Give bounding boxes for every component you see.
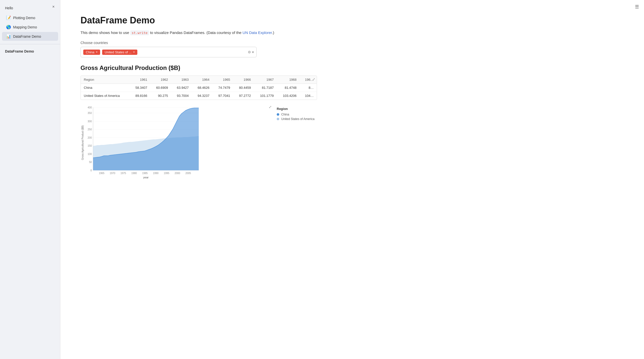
sidebar-item-dataframe[interactable]: 📊 DataFrame Demo [2,32,58,41]
table-row: United States of America 89.8166 90.275 … [81,92,317,100]
mapping-icon: 🌎 [6,25,11,29]
svg-text:1975: 1975 [120,172,126,175]
sidebar: × Hello 📝 Plotting Demo 🌎 Mapping Demo 📊… [0,0,60,359]
usa-1963: 93.7004 [171,92,192,100]
china-legend-dot [277,113,279,116]
svg-text:2005: 2005 [185,172,191,175]
usa-1968: 103.4206 [277,92,300,100]
usa-legend-label: United States of America [281,117,314,121]
usa-tag-label: United States of ... [105,50,132,54]
country-selector[interactable]: China × United States of ... × ⚙ ▾ [80,47,257,57]
china-tag[interactable]: China × [83,50,100,55]
svg-text:year: year [143,176,149,179]
col-1962: 1962 [150,76,171,84]
china-1967: 81.7187 [254,84,277,92]
usa-1961: 89.8166 [130,92,150,100]
svg-text:1970: 1970 [110,172,115,175]
chart-svg-wrapper: ⤢ 0 50 100 150 [80,105,272,181]
svg-text:2000: 2000 [175,172,180,175]
sidebar-nav: 📝 Plotting Demo 🌎 Mapping Demo 📊 DataFra… [0,13,60,41]
header-bar: ☰ [630,0,644,14]
china-1964: 68.4626 [192,84,212,92]
svg-text:0: 0 [90,169,92,172]
legend-title: Region [277,107,317,111]
page-title: DataFrame Demo [80,15,317,26]
col-1966: 1966 [233,76,254,84]
dataframe-icon: 📊 [6,34,11,39]
china-region: China [81,84,130,92]
selector-chevron-icon[interactable]: ▾ [252,50,254,54]
table-row: China 58.3407 60.6909 63.9427 68.4626 74… [81,84,317,92]
col-1967: 1967 [254,76,277,84]
main-content-area: ☰ DataFrame Demo This demo shows how to … [60,0,644,359]
hamburger-menu-button[interactable]: ☰ [635,4,639,9]
china-more: 8… [300,84,317,92]
chart-container: ⤢ 0 50 100 150 [80,105,317,181]
china-1966: 80.4459 [233,84,254,92]
usa-region: United States of America [81,92,130,100]
china-tag-close[interactable]: × [96,50,98,54]
desc-before-code: This demo shows how to use [80,30,130,35]
usa-1962: 90.275 [150,92,171,100]
col-1964: 1964 [192,76,212,84]
page-description: This demo shows how to use st.write to v… [80,30,317,36]
china-legend-label: China [281,113,289,116]
selector-controls: ⚙ ▾ [248,50,254,54]
china-tag-label: China [86,50,94,54]
chart-svg: 0 50 100 150 200 250 300 [80,105,206,180]
china-1962: 60.6909 [150,84,171,92]
selector-gear-icon[interactable]: ⚙ [248,50,251,54]
sidebar-item-plotting-label: Plotting Demo [13,16,35,20]
svg-text:50: 50 [89,161,92,164]
sidebar-close-button[interactable]: × [51,4,56,10]
svg-text:150: 150 [88,144,92,147]
china-1963: 63.9427 [171,84,192,92]
usa-1964: 94.3237 [192,92,212,100]
svg-text:250: 250 [88,128,92,131]
svg-text:Gross Agricultural Product ($B: Gross Agricultural Product ($B) [81,125,84,160]
chart-area: ⤢ 0 50 100 150 [80,105,272,181]
col-1963: 1963 [171,76,192,84]
svg-text:1965: 1965 [99,172,105,175]
usa-1966: 97.2772 [233,92,254,100]
sidebar-item-mapping-label: Mapping Demo [13,25,37,29]
sidebar-item-mapping[interactable]: 🌎 Mapping Demo [2,23,58,31]
svg-text:100: 100 [88,153,92,155]
china-1968: 81.4748 [277,84,300,92]
sidebar-item-plotting[interactable]: 📝 Plotting Demo [2,13,58,22]
svg-text:1985: 1985 [142,172,148,175]
china-area [93,108,199,170]
un-data-link[interactable]: UN Data Explorer [243,30,272,35]
col-1968: 1968 [277,76,300,84]
desc-after-code: to visualize Pandas DataFrames. (Data co… [149,30,243,35]
svg-text:1990: 1990 [153,172,159,175]
col-1965: 1965 [212,76,233,84]
col-region: Region [81,76,130,84]
svg-text:200: 200 [88,136,92,139]
usa-legend-dot [277,118,279,120]
choose-countries-label: Choose countries [80,41,317,45]
desc-end: .) [272,30,274,35]
sidebar-item-dataframe-label: DataFrame Demo [13,34,41,38]
legend-item-usa: United States of America [277,117,317,121]
table-expand-icon[interactable]: ⤢ [312,77,315,81]
svg-text:1980: 1980 [131,172,137,175]
data-table-wrapper: ⤢ Region 1961 1962 1963 1964 1965 1966 1… [80,75,317,100]
table-header-row: Region 1961 1962 1963 1964 1965 1966 196… [81,76,317,84]
china-1965: 74.7479 [212,84,233,92]
svg-text:400: 400 [88,106,92,109]
svg-text:1995: 1995 [164,172,170,175]
usa-tag-close[interactable]: × [133,50,135,54]
usa-tag[interactable]: United States of ... × [102,50,137,55]
svg-text:300: 300 [88,120,92,123]
data-table: Region 1961 1962 1963 1964 1965 1966 196… [81,76,317,100]
sidebar-divider [0,44,60,44]
plotting-icon: 📝 [6,15,11,20]
chart-section-title: Gross Agricultural Production ($B) [80,64,317,71]
usa-1965: 97.7041 [212,92,233,100]
legend-item-china: China [277,113,317,116]
code-snippet: st.write [130,30,149,35]
chart-expand-icon[interactable]: ⤢ [269,105,272,109]
sidebar-section-title: DataFrame Demo [0,47,60,55]
col-1961: 1961 [130,76,150,84]
